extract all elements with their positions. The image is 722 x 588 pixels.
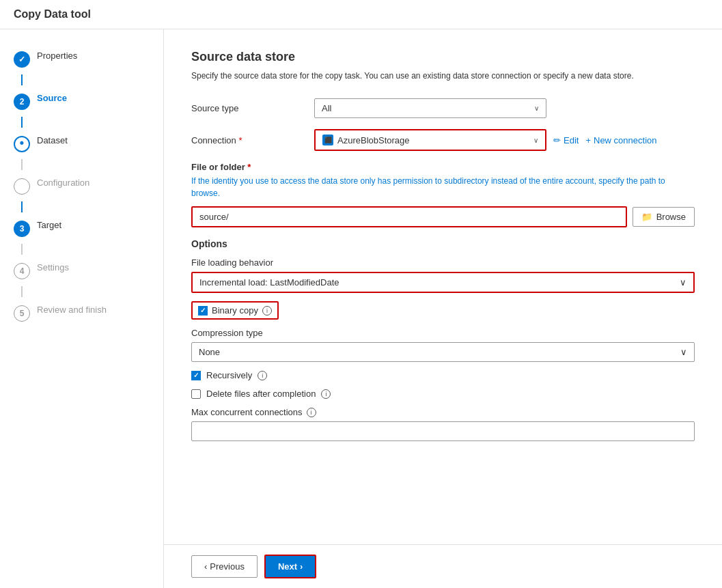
section-desc: Specify the source data store for the co… [191, 70, 695, 82]
max-connections-label: Max concurrent connections i [191, 407, 695, 417]
prev-chevron-icon: ‹ [204, 561, 207, 572]
next-button[interactable]: Next › [264, 555, 317, 578]
file-folder-label: File or folder * [191, 162, 695, 172]
sidebar-item-target[interactable]: 3 Target [0, 212, 163, 244]
sidebar-label-settings: Settings [37, 262, 69, 274]
compression-chevron: ∨ [680, 347, 687, 357]
browse-button[interactable]: 📁 Browse [633, 207, 695, 227]
connection-dropdown[interactable]: ⬛ AzureBlobStorage ∨ [314, 129, 546, 151]
file-folder-section: File or folder * If the identity you use… [191, 162, 695, 227]
file-loading-label: File loading behavior [191, 257, 695, 268]
recursively-label: Recursively [206, 370, 252, 380]
sidebar-label-review: Review and finish [37, 304, 107, 316]
footer: ‹ Previous Next › [164, 544, 722, 588]
recursively-row: ✓ Recursively i [191, 370, 695, 380]
sidebar-item-source[interactable]: 2 Source [0, 85, 163, 117]
step-circle-source: 2 [14, 94, 30, 110]
sidebar: ✓ Properties 2 Source • Dataset Configur… [0, 29, 164, 588]
file-path-input[interactable]: source/ [191, 206, 627, 227]
sidebar-item-review[interactable]: 5 Review and finish [0, 297, 163, 328]
max-connections-section: Max concurrent connections i [191, 407, 695, 441]
max-connections-info-icon[interactable]: i [307, 408, 316, 417]
sidebar-item-configuration[interactable]: Configuration [0, 170, 163, 201]
file-folder-desc: If the identity you use to access the da… [191, 175, 695, 199]
step-circle-properties: ✓ [14, 51, 30, 68]
new-connection-link[interactable]: + New connection [585, 135, 656, 145]
folder-icon: 📁 [641, 212, 652, 222]
file-loading-chevron: ∨ [680, 277, 686, 288]
file-input-row: source/ 📁 Browse [191, 206, 695, 227]
main-container: ✓ Properties 2 Source • Dataset Configur… [0, 29, 722, 588]
edit-link[interactable]: ✏ Edit [553, 135, 579, 145]
content-area: Source data store Specify the source dat… [164, 29, 722, 544]
step-circle-target: 3 [14, 221, 30, 237]
sidebar-label-dataset: Dataset [37, 135, 68, 147]
source-type-value: All [322, 103, 331, 113]
connector-2 [21, 117, 23, 128]
step-circle-dataset: • [14, 136, 30, 152]
connection-label: Connection * [191, 135, 314, 145]
section-title: Source data store [191, 50, 695, 64]
connection-chevron: ∨ [533, 137, 538, 144]
connection-value: AzureBlobStorage [337, 135, 410, 145]
recursively-info-icon[interactable]: i [258, 371, 267, 380]
file-path-value: source/ [199, 212, 229, 222]
compression-dropdown[interactable]: None ∨ [191, 342, 695, 362]
step-circle-configuration [14, 178, 30, 195]
pencil-icon: ✏ [553, 135, 561, 145]
source-type-dropdown[interactable]: All ∨ [314, 98, 546, 118]
sidebar-label-target: Target [37, 219, 61, 232]
file-loading-section: File loading behavior Incremental load: … [191, 257, 695, 293]
source-type-row: Source type All ∨ [191, 98, 695, 118]
plus-icon: + [585, 135, 591, 145]
previous-button[interactable]: ‹ Previous [191, 555, 258, 578]
binary-copy-label: Binary copy [212, 305, 258, 316]
connector-6 [21, 286, 23, 297]
connection-control: ⬛ AzureBlobStorage ∨ ✏ Edit + New connec… [314, 129, 695, 151]
file-loading-value: Incremental load: LastModifiedDate [199, 277, 339, 288]
recursively-checkbox[interactable]: ✓ [191, 371, 201, 380]
delete-files-label: Delete files after completion [206, 389, 316, 399]
connection-required: * [238, 135, 242, 145]
options-title: Options [191, 238, 695, 249]
max-connections-input[interactable] [191, 421, 695, 441]
sidebar-label-source: Source [37, 92, 67, 104]
sidebar-item-settings[interactable]: 4 Settings [0, 255, 163, 286]
sidebar-item-dataset[interactable]: • Dataset [0, 128, 163, 159]
binary-copy-highlighted: ✓ Binary copy i [191, 301, 279, 320]
sidebar-label-configuration: Configuration [37, 177, 89, 189]
next-chevron-icon: › [300, 561, 303, 572]
connector-5 [21, 244, 23, 255]
connection-row: Connection * ⬛ AzureBlobStorage ∨ [191, 129, 695, 151]
step-circle-review: 5 [14, 305, 30, 322]
binary-copy-info-icon[interactable]: i [262, 306, 272, 316]
compression-label: Compression type [191, 328, 695, 338]
delete-files-checkbox[interactable] [191, 389, 201, 399]
connector-4 [21, 201, 23, 212]
delete-files-row: Delete files after completion i [191, 389, 695, 399]
app-title: Copy Data tool [14, 8, 91, 20]
step-circle-settings: 4 [14, 263, 30, 279]
delete-files-info-icon[interactable]: i [321, 389, 331, 399]
connector-3 [21, 159, 23, 170]
file-loading-dropdown[interactable]: Incremental load: LastModifiedDate ∨ [191, 272, 695, 293]
binary-copy-checkbox[interactable]: ✓ [198, 306, 208, 316]
file-folder-required: * [247, 162, 251, 172]
app-header: Copy Data tool [0, 0, 722, 29]
source-type-chevron: ∨ [534, 104, 539, 112]
binary-copy-row: ✓ Binary copy i [191, 301, 695, 320]
source-type-label: Source type [191, 103, 314, 113]
blob-storage-icon: ⬛ [322, 135, 333, 145]
compression-value: None [199, 347, 220, 357]
source-type-control: All ∨ [314, 98, 695, 118]
connector-1 [21, 74, 23, 85]
compression-section: Compression type None ∨ [191, 328, 695, 362]
sidebar-item-properties[interactable]: ✓ Properties [0, 43, 163, 74]
sidebar-label-properties: Properties [37, 50, 77, 62]
